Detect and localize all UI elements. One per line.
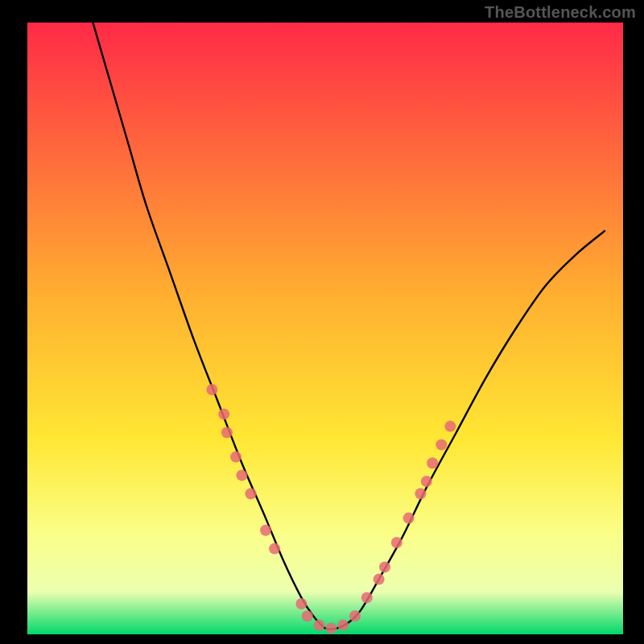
highlight-point xyxy=(325,622,336,634)
highlight-point xyxy=(206,384,217,395)
highlight-point xyxy=(374,574,385,585)
highlight-point xyxy=(444,421,456,432)
highlight-point xyxy=(246,488,257,499)
highlight-point xyxy=(337,620,349,631)
highlight-point xyxy=(403,513,415,524)
highlight-point xyxy=(314,620,325,631)
highlight-point xyxy=(236,469,247,481)
highlight-point xyxy=(302,610,313,621)
highlight-point xyxy=(269,543,280,555)
highlight-point xyxy=(421,476,432,487)
gradient-background xyxy=(27,23,623,634)
watermark-text: TheBottleneck.com xyxy=(485,3,636,22)
highlight-point xyxy=(260,525,271,536)
highlight-point xyxy=(415,488,426,499)
highlight-point xyxy=(361,592,373,603)
highlight-point xyxy=(295,598,307,609)
plot-frame xyxy=(27,23,623,634)
highlight-point xyxy=(218,408,229,419)
highlight-point xyxy=(391,537,402,548)
highlight-point xyxy=(427,457,438,469)
highlight-point xyxy=(230,452,242,463)
chart-stage: TheBottleneck.com xyxy=(0,0,644,644)
bottleneck-chart xyxy=(27,23,623,634)
highlight-point xyxy=(436,439,447,450)
highlight-point xyxy=(379,561,390,572)
highlight-point xyxy=(349,610,361,621)
highlight-point xyxy=(221,427,233,438)
